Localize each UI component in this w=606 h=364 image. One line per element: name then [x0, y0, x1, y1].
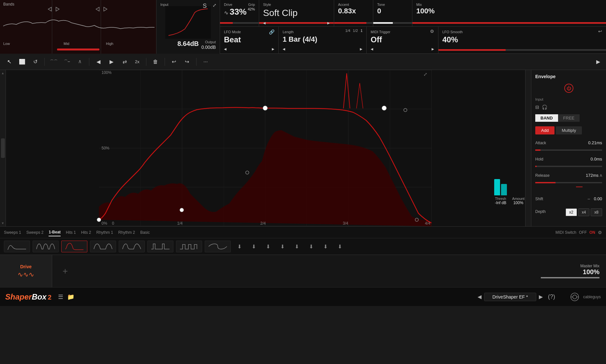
- midi-settings-icon[interactable]: ⚙: [598, 230, 602, 235]
- download-1[interactable]: ⬇: [233, 241, 245, 252]
- expand-icon[interactable]: ⤢: [213, 3, 216, 8]
- band-btn[interactable]: BAND: [535, 114, 558, 122]
- logo-shaper: Shaper: [5, 292, 32, 301]
- rotate-tool[interactable]: ↺: [30, 57, 40, 67]
- tab-1beat[interactable]: 1-Beat: [49, 229, 61, 236]
- line-tool[interactable]: /\: [75, 57, 85, 67]
- style-arrows: ◀ ▶: [259, 22, 334, 24]
- shaper-canvas-wrap[interactable]: ▲ ▼: [0, 70, 531, 226]
- download-6[interactable]: ⬇: [305, 241, 317, 252]
- free-btn[interactable]: FREE: [558, 114, 580, 122]
- download-2[interactable]: ⬇: [248, 241, 259, 252]
- download-5[interactable]: ⬇: [291, 241, 303, 252]
- tab-hits1[interactable]: Hits 1: [66, 229, 76, 236]
- waveform-5[interactable]: [119, 241, 145, 252]
- lfo-link-icon[interactable]: 🔗: [269, 29, 274, 35]
- depth-x8-btn[interactable]: x8: [591, 208, 602, 216]
- frac-1-4[interactable]: 1/4: [345, 29, 350, 33]
- drive-tab[interactable]: Drive ∿∿∿: [0, 255, 52, 287]
- tab-sweeps1[interactable]: Sweeps 1: [4, 229, 21, 236]
- s-button[interactable]: S: [203, 3, 207, 9]
- depth-x4-btn[interactable]: x4: [578, 208, 590, 216]
- folder-icon[interactable]: 📁: [67, 293, 74, 301]
- prev-btn[interactable]: ◀: [93, 57, 104, 67]
- waveform-1[interactable]: [4, 241, 30, 252]
- waveform-6[interactable]: [147, 241, 173, 252]
- lfo-prev-arrow[interactable]: ◀: [224, 47, 227, 51]
- frac-1-2[interactable]: 1/2: [353, 29, 358, 33]
- midi-gear-icon[interactable]: ⚙: [430, 29, 434, 34]
- download-7[interactable]: ⬇: [319, 241, 331, 252]
- undo-btn[interactable]: ↩: [169, 57, 179, 67]
- download-8[interactable]: ⬇: [334, 241, 346, 252]
- two-x-btn[interactable]: 2x: [132, 58, 142, 65]
- add-tab[interactable]: +: [52, 255, 78, 287]
- input-icon-track[interactable]: ⊟: [535, 105, 539, 110]
- style-next-arrow[interactable]: ▶: [327, 21, 330, 25]
- shuffle-btn[interactable]: ⇄: [119, 57, 130, 67]
- length-prev-arrow[interactable]: ◀: [283, 47, 285, 51]
- accent-slider[interactable]: [334, 22, 373, 24]
- download-3[interactable]: ⬇: [262, 241, 274, 252]
- tone-label: Tone: [377, 3, 408, 7]
- envelope-power-btn[interactable]: ⏻: [564, 84, 573, 93]
- input-icon-headphone[interactable]: 🎧: [542, 105, 547, 110]
- tab-rhythm1[interactable]: Rhythm 1: [96, 229, 113, 236]
- spline-tool[interactable]: ⌒–: [62, 57, 72, 67]
- waveform-2[interactable]: [33, 241, 59, 252]
- lfosmooth-block[interactable]: LFO Smooth ↩ 40%: [438, 27, 606, 54]
- waveform-3[interactable]: [61, 241, 87, 252]
- add-btn[interactable]: Add: [535, 126, 554, 134]
- next-btn[interactable]: ▶: [106, 57, 117, 67]
- tone-param-block[interactable]: Tone 0: [373, 0, 412, 26]
- frac-1[interactable]: 1: [361, 29, 362, 33]
- mix-slider[interactable]: [412, 22, 606, 24]
- midi-prev-arrow[interactable]: ◀: [371, 47, 373, 51]
- master-mix-slider[interactable]: [541, 277, 599, 278]
- shift-row: Shift – 0.00: [535, 196, 602, 201]
- hamburger-icon[interactable]: ☰: [58, 293, 63, 301]
- length-block[interactable]: Length 1/4 1/2 1 1 Bar (4/4) ◀ ▶: [279, 27, 367, 54]
- tone-slider[interactable]: [373, 22, 412, 24]
- tab-rhythm2[interactable]: Rhythm 2: [118, 229, 135, 236]
- rect-select-tool[interactable]: ⬜: [17, 57, 27, 67]
- download-4[interactable]: ⬇: [276, 241, 288, 252]
- pointer-tool[interactable]: ↖: [4, 57, 14, 67]
- hold-slider[interactable]: [535, 166, 602, 167]
- waveform-7[interactable]: [176, 241, 202, 252]
- multiply-btn[interactable]: Multiply: [556, 126, 582, 134]
- preset-prev-arrow[interactable]: ◀: [478, 294, 481, 300]
- length-next-arrow[interactable]: ▶: [360, 47, 362, 51]
- midi-next-arrow[interactable]: ▶: [432, 47, 434, 51]
- midi-on-btn[interactable]: ON: [589, 230, 595, 235]
- attack-slider[interactable]: [535, 149, 602, 151]
- lfo-next-arrow[interactable]: ▶: [272, 47, 274, 51]
- style-param-block[interactable]: Style Soft Clip ◀ ▶: [259, 0, 334, 26]
- midi-off-btn[interactable]: OFF: [579, 230, 587, 235]
- redo-btn[interactable]: ↪: [182, 57, 192, 67]
- more-btn[interactable]: ···: [200, 57, 211, 67]
- bezier-tool[interactable]: ⌒⌒: [49, 57, 59, 67]
- preset-next-arrow[interactable]: ▶: [539, 294, 543, 300]
- lfosmooth-slider[interactable]: [438, 49, 606, 51]
- mix-param-block[interactable]: Mix 100%: [412, 0, 606, 26]
- drive-param-block[interactable]: Drive ∿ 33% Grip 42%: [220, 0, 259, 26]
- bands-section: Bands Low Mid High: [0, 0, 156, 54]
- tab-basic[interactable]: Basic: [140, 229, 150, 236]
- drive-slider[interactable]: [220, 22, 259, 24]
- waveform-8[interactable]: [205, 241, 231, 252]
- lfo-mode-block[interactable]: LFO Mode 🔗 Beat ◀ ▶: [220, 27, 279, 54]
- top-right-icon[interactable]: ↩: [598, 29, 602, 34]
- depth-x2-btn[interactable]: x2: [566, 208, 577, 216]
- waveform-4[interactable]: [90, 241, 116, 252]
- tab-hits2[interactable]: Hits 2: [81, 229, 91, 236]
- delete-btn[interactable]: 🗑: [150, 57, 161, 67]
- help-btn[interactable]: (?): [548, 293, 555, 300]
- preset-name[interactable]: DriveShaper EF *: [484, 293, 536, 301]
- accent-param-block[interactable]: Accent 0.83x: [334, 0, 373, 26]
- tab-sweeps2[interactable]: Sweeps 2: [26, 229, 44, 236]
- panel-toggle-arrow[interactable]: ▶: [594, 58, 602, 66]
- style-prev-arrow[interactable]: ◀: [263, 21, 266, 25]
- release-slider[interactable]: [535, 182, 602, 183]
- midi-block[interactable]: MIDI Trigger ⚙ Off ◀ ▶: [367, 27, 438, 54]
